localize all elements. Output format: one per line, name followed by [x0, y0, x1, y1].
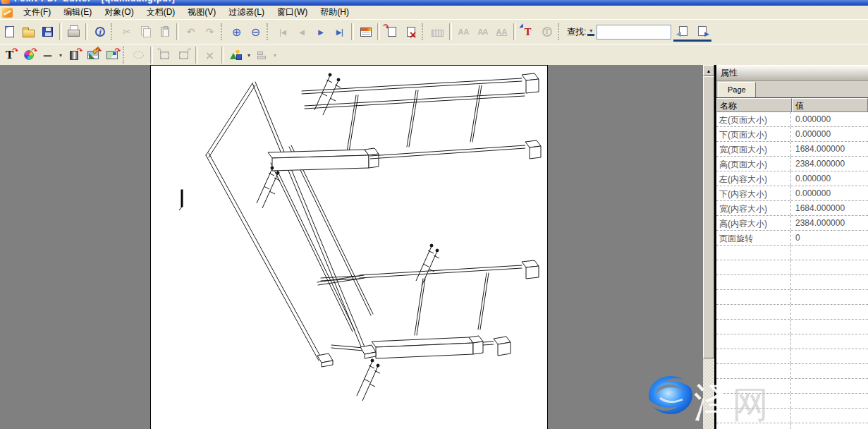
menu-file[interactable]: 文件(F) [17, 6, 57, 19]
property-name [716, 260, 791, 274]
xform2-icon [180, 52, 188, 59]
add-color-button[interactable] [19, 47, 38, 64]
delete-object-button: × [200, 47, 219, 64]
menu-bar: 文件(F)编辑(E)对象(O)文档(D)视图(V)过滤器(L)窗口(W)帮助(H… [0, 6, 868, 20]
dropdown-caret-icon[interactable]: ▾ [57, 52, 64, 59]
toolbar-separator [513, 23, 516, 40]
menu-window[interactable]: 窗口(W) [271, 6, 314, 19]
add-shading-button[interactable] [64, 47, 83, 64]
property-row-empty [716, 305, 868, 320]
page-layout-button[interactable] [356, 23, 375, 41]
property-row[interactable]: 页面旋转0 [716, 231, 868, 246]
delete-page-button[interactable] [401, 23, 420, 41]
property-value[interactable]: 0.000000 [791, 112, 868, 126]
rotate-object-left-button [155, 47, 174, 64]
property-value [791, 423, 868, 429]
paste-icon [161, 27, 169, 37]
open-document-button[interactable] [19, 23, 38, 41]
property-row-empty [716, 320, 868, 334]
property-name: 下(内容大小) [716, 186, 791, 200]
property-row[interactable]: 高(内容大小)2384.000000 [716, 216, 868, 231]
window-title: Foxit PDF Editor - [qiankuang.pdf] [14, 0, 176, 4]
cylinder-icon [70, 51, 78, 60]
properties-panel: 属性 Page 名称 值 左(页面大小)0.000000下(页面大小)0.000… [716, 65, 868, 429]
last-page-button[interactable]: ▶| [330, 23, 349, 41]
property-value[interactable]: 0.000000 [791, 186, 868, 200]
line-icon: — [43, 50, 52, 61]
menu-edit[interactable]: 编辑(E) [57, 6, 98, 19]
property-value[interactable]: 0 [791, 231, 868, 245]
property-name: 左(内容大小) [716, 171, 791, 186]
new-document-button[interactable] [0, 23, 19, 41]
menu-view[interactable]: 视图(V) [181, 6, 222, 19]
property-value [791, 275, 868, 289]
scroll-up-button[interactable]: ▲ [703, 65, 714, 76]
menu-filter[interactable]: 过滤器(L) [222, 6, 271, 19]
add-text-button[interactable]: T [0, 47, 19, 64]
redo-icon: ↷ [206, 26, 214, 37]
colorwheel-icon [24, 50, 34, 60]
find-previous-button[interactable] [673, 22, 692, 42]
dropdown-caret-icon[interactable]: ▾ [245, 52, 252, 59]
tab-page[interactable]: Page [718, 82, 756, 97]
xform1-icon [161, 52, 169, 59]
insert-shape-button[interactable] [226, 47, 245, 64]
property-value[interactable]: 2384.000000 [791, 216, 868, 230]
find-next-button[interactable] [692, 22, 711, 42]
dropdown-caret-icon[interactable]: ▾ [271, 52, 279, 59]
property-value [791, 246, 868, 260]
property-row[interactable]: 下(页面大小)0.000000 [716, 127, 868, 142]
text-mode-button: T [537, 23, 556, 41]
find-input[interactable] [597, 25, 671, 40]
property-value [791, 349, 868, 363]
property-row[interactable]: 宽(页面大小)1684.000000 [716, 142, 868, 157]
menu-doc[interactable]: 文档(D) [140, 6, 182, 19]
pdf-page[interactable] [150, 65, 548, 429]
property-row[interactable]: 高(页面大小)2384.000000 [716, 157, 868, 171]
line-style-button[interactable]: — [38, 47, 57, 64]
circleT-icon: T [542, 27, 552, 37]
nav-icon: ▶| [336, 28, 343, 36]
property-row-empty [716, 409, 868, 423]
property-value[interactable]: 2384.000000 [791, 157, 868, 171]
dropdown-caret-icon[interactable]: ▾ [587, 28, 594, 36]
scrollbar-thumb[interactable] [703, 76, 714, 358]
addtext-icon: T [6, 49, 13, 61]
replace-image-button[interactable] [102, 47, 121, 64]
virtual-keyboard-button [428, 23, 447, 41]
save-document-button[interactable] [38, 23, 57, 41]
property-value[interactable]: 1684.000000 [791, 201, 868, 215]
menu-help[interactable]: 帮助(H) [314, 6, 355, 19]
toolbar-grip [221, 23, 224, 40]
zoom-in-button[interactable]: ⊕ [227, 23, 246, 41]
undo-button: ↶ [181, 23, 200, 41]
property-value[interactable]: 1684.000000 [791, 142, 868, 156]
edit-image-button[interactable] [83, 47, 102, 64]
property-row[interactable]: 下(内容大小)0.000000 [716, 186, 868, 201]
property-name [716, 364, 791, 378]
imgedit-icon [87, 51, 99, 59]
insert-text-button[interactable]: T [518, 23, 537, 41]
zoom-out-button[interactable]: ⊖ [246, 23, 265, 41]
menu-object[interactable]: 对象(O) [98, 6, 140, 19]
vertical-scrollbar[interactable]: ▲ [703, 65, 714, 429]
print-button[interactable] [64, 23, 83, 41]
document-info-button[interactable]: i [90, 23, 109, 41]
property-row[interactable]: 左(页面大小)0.000000 [716, 112, 868, 127]
property-row-empty [716, 275, 868, 290]
property-value[interactable]: 0.000000 [791, 171, 868, 186]
toolbar-separator [351, 23, 354, 40]
insert-page-button[interactable] [382, 23, 401, 41]
property-row-empty [716, 349, 868, 364]
next-page-button[interactable]: ▶ [311, 23, 330, 41]
property-value [791, 290, 868, 304]
property-row[interactable]: 左(内容大小)0.000000 [716, 171, 868, 186]
delx-icon: × [205, 49, 214, 62]
property-row-empty [716, 246, 868, 260]
previous-page-button: ◀ [292, 23, 311, 41]
property-value[interactable]: 0.000000 [791, 127, 868, 141]
imgreplace-icon [106, 51, 118, 59]
watermark-swirl-logo [646, 374, 695, 416]
nav-icon: |◀ [279, 28, 286, 36]
property-row[interactable]: 宽(内容大小)1684.000000 [716, 201, 868, 216]
